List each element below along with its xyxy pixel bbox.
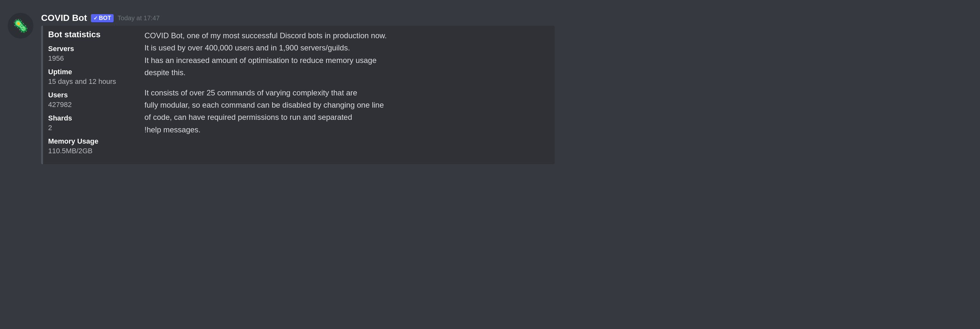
bot-badge: ✓ BOT	[91, 14, 114, 22]
bot-badge-label: BOT	[99, 15, 111, 22]
message-container: 🦠 COVID Bot ✓ BOT Today at 17:47 Bot sta…	[0, 8, 980, 169]
field-users-name: Users	[48, 91, 125, 99]
bot-name: COVID Bot	[41, 13, 87, 23]
field-memory-value: 110.5MB/2GB	[48, 147, 125, 155]
field-servers-name: Servers	[48, 45, 125, 53]
field-uptime-value: 15 days and 12 hours	[48, 77, 125, 86]
field-servers-value: 1956	[48, 54, 125, 63]
embed: Bot statistics Servers 1956 Uptime 15 da…	[41, 26, 555, 164]
embed-fields: Bot statistics Servers 1956 Uptime 15 da…	[48, 30, 138, 160]
message-header: COVID Bot ✓ BOT Today at 17:47	[41, 13, 972, 23]
field-memory-name: Memory Usage	[48, 137, 125, 145]
message-content: COVID Bot ✓ BOT Today at 17:47 Bot stati…	[41, 13, 972, 164]
message-timestamp: Today at 17:47	[118, 14, 159, 22]
field-uptime: Uptime 15 days and 12 hours	[48, 68, 125, 86]
field-shards: Shards 2	[48, 114, 125, 132]
field-users: Users 427982	[48, 91, 125, 109]
field-users-value: 427982	[48, 101, 125, 109]
field-shards-value: 2	[48, 124, 125, 132]
embed-content: Bot statistics Servers 1956 Uptime 15 da…	[43, 26, 555, 164]
field-servers: Servers 1956	[48, 45, 125, 63]
description-paragraph-1: COVID Bot, one of my most successful Dis…	[145, 30, 550, 79]
field-uptime-name: Uptime	[48, 68, 125, 76]
avatar: 🦠	[8, 13, 33, 38]
description-paragraph-2: It consists of over 25 commands of varyi…	[145, 87, 550, 136]
checkmark-icon: ✓	[94, 15, 98, 21]
field-memory: Memory Usage 110.5MB/2GB	[48, 137, 125, 155]
field-shards-name: Shards	[48, 114, 125, 122]
embed-description: COVID Bot, one of my most successful Dis…	[138, 30, 550, 160]
embed-title: Bot statistics	[48, 30, 125, 40]
